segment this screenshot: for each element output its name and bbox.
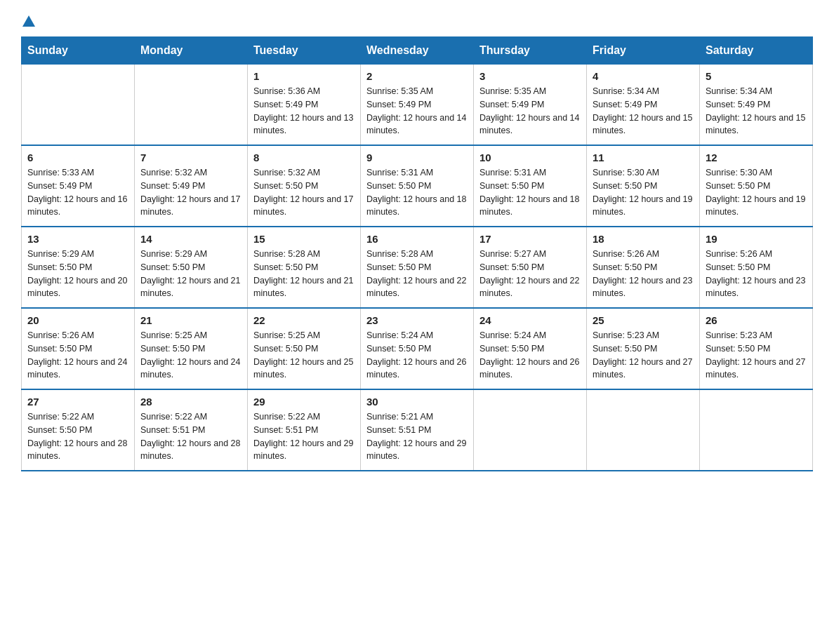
day-number: 17 [479, 233, 581, 245]
calendar-cell: 29Sunrise: 5:22 AMSunset: 5:51 PMDayligh… [248, 389, 361, 471]
calendar-cell: 21Sunrise: 5:25 AMSunset: 5:50 PMDayligh… [135, 308, 248, 389]
day-number: 28 [140, 396, 241, 408]
day-detail: Sunrise: 5:28 AMSunset: 5:50 PMDaylight:… [253, 248, 355, 300]
day-number: 8 [253, 152, 355, 163]
day-detail: Sunrise: 5:25 AMSunset: 5:50 PMDaylight:… [253, 329, 355, 382]
day-number: 6 [27, 152, 128, 163]
day-number: 27 [27, 396, 128, 408]
day-number: 26 [706, 314, 807, 326]
calendar-cell [474, 389, 587, 471]
calendar-cell: 15Sunrise: 5:28 AMSunset: 5:50 PMDayligh… [248, 227, 361, 308]
day-number: 1 [253, 70, 355, 82]
calendar-week-row: 13Sunrise: 5:29 AMSunset: 5:50 PMDayligh… [22, 227, 813, 308]
day-detail: Sunrise: 5:24 AMSunset: 5:50 PMDaylight:… [366, 329, 468, 382]
day-of-week-sunday: Sunday [22, 37, 135, 65]
calendar-week-row: 20Sunrise: 5:26 AMSunset: 5:50 PMDayligh… [22, 308, 813, 389]
calendar-cell: 10Sunrise: 5:31 AMSunset: 5:50 PMDayligh… [474, 145, 587, 227]
calendar-week-row: 1Sunrise: 5:36 AMSunset: 5:49 PMDaylight… [22, 65, 813, 146]
calendar-cell [700, 389, 813, 471]
calendar-cell: 24Sunrise: 5:24 AMSunset: 5:50 PMDayligh… [474, 308, 587, 389]
day-detail: Sunrise: 5:35 AMSunset: 5:49 PMDaylight:… [366, 85, 468, 137]
day-number: 4 [593, 70, 694, 82]
calendar-cell: 3Sunrise: 5:35 AMSunset: 5:49 PMDaylight… [474, 65, 587, 146]
day-number: 16 [366, 233, 468, 245]
day-detail: Sunrise: 5:30 AMSunset: 5:50 PMDaylight:… [706, 166, 807, 219]
calendar-cell: 9Sunrise: 5:31 AMSunset: 5:50 PMDaylight… [361, 145, 474, 227]
day-detail: Sunrise: 5:30 AMSunset: 5:50 PMDaylight:… [593, 166, 694, 219]
calendar-cell: 19Sunrise: 5:26 AMSunset: 5:50 PMDayligh… [700, 227, 813, 308]
day-number: 18 [593, 233, 694, 245]
day-detail: Sunrise: 5:36 AMSunset: 5:49 PMDaylight:… [253, 85, 355, 137]
day-detail: Sunrise: 5:22 AMSunset: 5:50 PMDaylight:… [27, 410, 128, 463]
day-detail: Sunrise: 5:34 AMSunset: 5:49 PMDaylight:… [706, 85, 807, 137]
day-detail: Sunrise: 5:31 AMSunset: 5:50 PMDaylight:… [366, 166, 468, 219]
day-number: 21 [140, 314, 241, 326]
calendar-cell: 18Sunrise: 5:26 AMSunset: 5:50 PMDayligh… [587, 227, 700, 308]
day-number: 19 [706, 233, 807, 245]
day-detail: Sunrise: 5:27 AMSunset: 5:50 PMDaylight:… [479, 248, 581, 300]
calendar-cell: 17Sunrise: 5:27 AMSunset: 5:50 PMDayligh… [474, 227, 587, 308]
day-detail: Sunrise: 5:22 AMSunset: 5:51 PMDaylight:… [140, 410, 241, 463]
calendar-cell: 14Sunrise: 5:29 AMSunset: 5:50 PMDayligh… [135, 227, 248, 308]
day-detail: Sunrise: 5:22 AMSunset: 5:51 PMDaylight:… [253, 410, 355, 463]
calendar-cell: 20Sunrise: 5:26 AMSunset: 5:50 PMDayligh… [22, 308, 135, 389]
day-number: 23 [366, 314, 468, 326]
day-detail: Sunrise: 5:33 AMSunset: 5:49 PMDaylight:… [27, 166, 128, 219]
calendar-cell: 4Sunrise: 5:34 AMSunset: 5:49 PMDaylight… [587, 65, 700, 146]
day-number: 13 [27, 233, 128, 245]
day-of-week-saturday: Saturday [700, 37, 813, 65]
day-number: 3 [479, 70, 581, 82]
calendar-cell: 16Sunrise: 5:28 AMSunset: 5:50 PMDayligh… [361, 227, 474, 308]
day-of-week-wednesday: Wednesday [361, 37, 474, 65]
day-of-week-thursday: Thursday [474, 37, 587, 65]
calendar-cell: 13Sunrise: 5:29 AMSunset: 5:50 PMDayligh… [22, 227, 135, 308]
page-header [21, 14, 813, 29]
logo-icon [21, 14, 37, 29]
day-detail: Sunrise: 5:29 AMSunset: 5:50 PMDaylight:… [27, 248, 128, 300]
day-number: 7 [140, 152, 241, 163]
calendar-week-row: 27Sunrise: 5:22 AMSunset: 5:50 PMDayligh… [22, 389, 813, 471]
day-of-week-monday: Monday [135, 37, 248, 65]
day-detail: Sunrise: 5:31 AMSunset: 5:50 PMDaylight:… [479, 166, 581, 219]
day-number: 14 [140, 233, 241, 245]
calendar-cell [587, 389, 700, 471]
calendar-cell: 7Sunrise: 5:32 AMSunset: 5:49 PMDaylight… [135, 145, 248, 227]
calendar-cell: 22Sunrise: 5:25 AMSunset: 5:50 PMDayligh… [248, 308, 361, 389]
logo [21, 14, 37, 29]
calendar-cell [135, 65, 248, 146]
day-number: 22 [253, 314, 355, 326]
day-detail: Sunrise: 5:32 AMSunset: 5:50 PMDaylight:… [253, 166, 355, 219]
day-detail: Sunrise: 5:26 AMSunset: 5:50 PMDaylight:… [27, 329, 128, 382]
day-detail: Sunrise: 5:26 AMSunset: 5:50 PMDaylight:… [706, 248, 807, 300]
day-detail: Sunrise: 5:25 AMSunset: 5:50 PMDaylight:… [140, 329, 241, 382]
day-number: 2 [366, 70, 468, 82]
day-detail: Sunrise: 5:34 AMSunset: 5:49 PMDaylight:… [593, 85, 694, 137]
day-number: 12 [706, 152, 807, 163]
calendar-cell: 8Sunrise: 5:32 AMSunset: 5:50 PMDaylight… [248, 145, 361, 227]
day-detail: Sunrise: 5:21 AMSunset: 5:51 PMDaylight:… [366, 410, 468, 463]
day-number: 9 [366, 152, 468, 163]
day-number: 29 [253, 396, 355, 408]
calendar-cell: 26Sunrise: 5:23 AMSunset: 5:50 PMDayligh… [700, 308, 813, 389]
day-detail: Sunrise: 5:28 AMSunset: 5:50 PMDaylight:… [366, 248, 468, 300]
day-number: 20 [27, 314, 128, 326]
day-number: 25 [593, 314, 694, 326]
day-number: 30 [366, 396, 468, 408]
calendar-cell: 6Sunrise: 5:33 AMSunset: 5:49 PMDaylight… [22, 145, 135, 227]
day-detail: Sunrise: 5:23 AMSunset: 5:50 PMDaylight:… [593, 329, 694, 382]
calendar-week-row: 6Sunrise: 5:33 AMSunset: 5:49 PMDaylight… [22, 145, 813, 227]
calendar-cell: 2Sunrise: 5:35 AMSunset: 5:49 PMDaylight… [361, 65, 474, 146]
calendar-cell: 5Sunrise: 5:34 AMSunset: 5:49 PMDaylight… [700, 65, 813, 146]
calendar-cell: 27Sunrise: 5:22 AMSunset: 5:50 PMDayligh… [22, 389, 135, 471]
calendar-cell: 11Sunrise: 5:30 AMSunset: 5:50 PMDayligh… [587, 145, 700, 227]
day-number: 11 [593, 152, 694, 163]
day-detail: Sunrise: 5:35 AMSunset: 5:49 PMDaylight:… [479, 85, 581, 137]
calendar-cell: 30Sunrise: 5:21 AMSunset: 5:51 PMDayligh… [361, 389, 474, 471]
calendar-table: SundayMondayTuesdayWednesdayThursdayFrid… [21, 36, 813, 471]
calendar-header-row: SundayMondayTuesdayWednesdayThursdayFrid… [22, 37, 813, 65]
day-detail: Sunrise: 5:32 AMSunset: 5:49 PMDaylight:… [140, 166, 241, 219]
calendar-cell: 28Sunrise: 5:22 AMSunset: 5:51 PMDayligh… [135, 389, 248, 471]
day-detail: Sunrise: 5:29 AMSunset: 5:50 PMDaylight:… [140, 248, 241, 300]
day-number: 24 [479, 314, 581, 326]
day-number: 10 [479, 152, 581, 163]
